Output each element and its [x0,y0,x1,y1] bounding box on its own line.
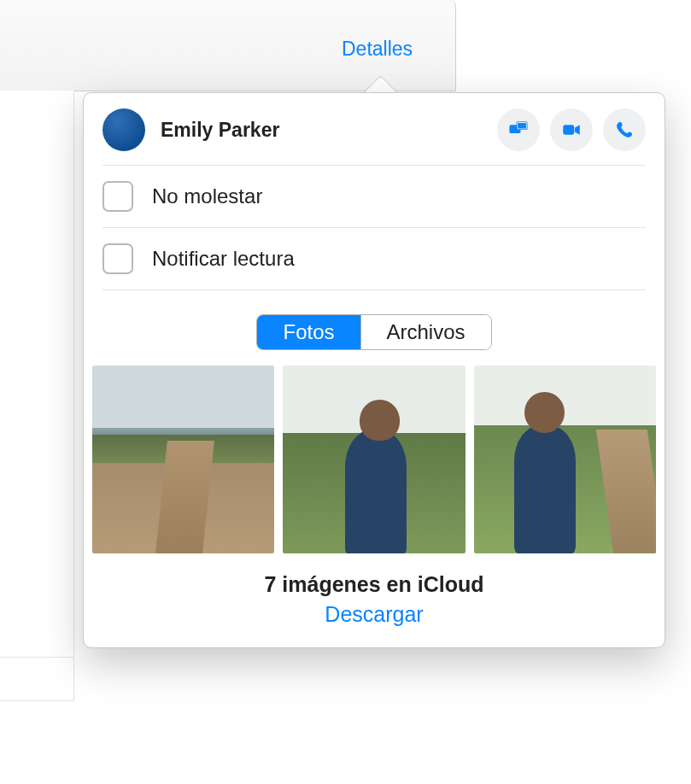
do-not-disturb-label: No molestar [152,184,262,208]
details-popover: Emily Parker [83,92,665,648]
video-call-button[interactable] [550,108,593,151]
details-link[interactable]: Detalles [342,38,413,61]
avatar[interactable] [102,108,145,151]
photo-thumbnail[interactable] [92,366,274,553]
photo-thumbnail[interactable] [283,366,465,553]
read-receipts-row: Notificar lectura [84,228,665,290]
background-window-sidebar [0,91,74,701]
video-icon [560,119,583,141]
read-receipts-label: Notificar lectura [152,247,295,271]
tab-photos[interactable]: Fotos [257,315,360,349]
do-not-disturb-checkbox[interactable] [102,181,133,212]
audio-call-button[interactable] [603,108,646,151]
read-receipts-checkbox[interactable] [102,243,133,274]
photo-thumbnail[interactable] [474,366,656,553]
photo-thumbnails [84,366,665,553]
download-link[interactable]: Descargar [84,602,665,647]
contact-name: Emily Parker [161,119,487,142]
phone-icon [613,119,635,141]
icloud-summary: 7 imágenes en iCloud [84,553,665,602]
contact-header: Emily Parker [84,93,665,165]
do-not-disturb-row: No molestar [84,166,665,227]
attachments-tabs: Fotos Archivos [84,290,665,366]
tab-files[interactable]: Archivos [360,315,491,349]
screen-share-button[interactable] [497,108,540,151]
svg-rect-4 [563,125,574,134]
svg-rect-3 [518,123,526,129]
screen-share-icon [507,119,530,141]
